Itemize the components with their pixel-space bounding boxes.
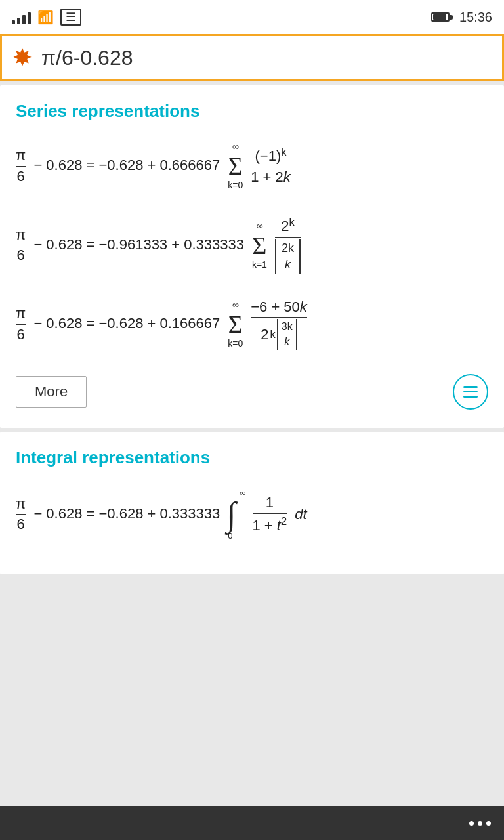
sum-symbol-2: ∞ Σ k=1: [252, 219, 267, 272]
series-formula-1: π 6 − 0.628 = −0.628 + 0.666667 ∞ Σ k=0 …: [16, 140, 488, 192]
sum-symbol-3: ∞ Σ k=0: [228, 298, 243, 350]
dot-3: [486, 821, 491, 826]
integral-representations-section: Integral representations π 6 − 0.628 = −…: [0, 432, 504, 574]
status-left: 📶 ☰: [12, 9, 81, 26]
signal-bars-icon: [12, 10, 31, 24]
series-section-footer: More: [16, 374, 488, 410]
wifi-icon: 📶: [37, 9, 54, 25]
series-representations-section: Series representations π 6 − 0.628 = −0.…: [0, 85, 504, 428]
series-formula-2: π 6 − 0.628 = −0.961333 + 0.333333 ∞ Σ k…: [16, 216, 488, 274]
search-query: π/6-0.628: [41, 46, 133, 70]
hamburger-icon: [463, 386, 478, 398]
wolfram-logo-icon: ✸: [12, 44, 32, 72]
status-bar: 📶 ☰ 15:36: [0, 0, 504, 34]
battery-icon: [431, 12, 453, 22]
integral-section-title: Integral representations: [16, 448, 488, 468]
series-section-title: Series representations: [16, 101, 488, 121]
integral-symbol: ∞ ∫ 0: [226, 486, 245, 543]
bottom-bar: [0, 806, 504, 840]
more-button[interactable]: More: [16, 376, 87, 408]
status-right: 15:36: [431, 10, 492, 25]
menu-bar-icon: ☰: [60, 9, 81, 26]
menu-circle-button[interactable]: [453, 374, 488, 410]
search-bar[interactable]: ✸ π/6-0.628: [0, 34, 504, 81]
dot-2: [478, 821, 482, 826]
integral-formula-1: π 6 − 0.628 = −0.628 + 0.333333 ∞ ∫ 0 1 …: [16, 486, 488, 543]
dot-1: [469, 821, 474, 826]
series-formula-3: π 6 − 0.628 = −0.628 + 0.166667 ∞ Σ k=0 …: [16, 298, 488, 350]
time-display: 15:36: [459, 10, 492, 25]
sum-symbol-1: ∞ Σ k=0: [228, 140, 243, 192]
